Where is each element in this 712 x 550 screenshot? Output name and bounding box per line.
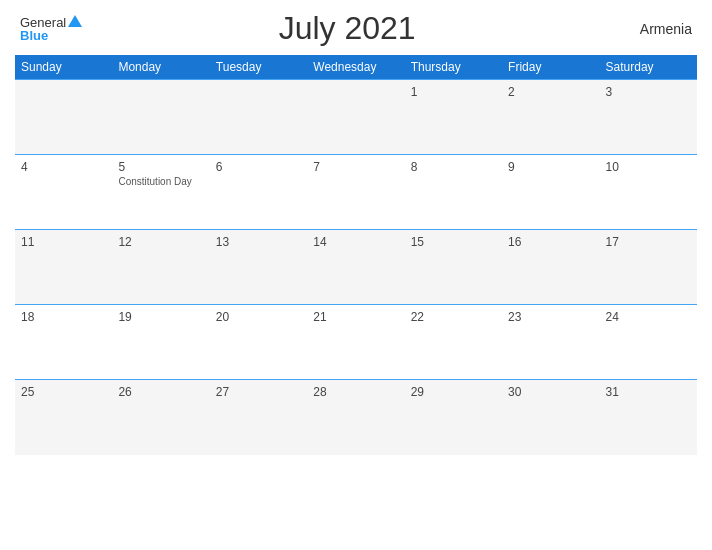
logo-triangle-icon [68,15,82,27]
calendar-cell: 8 [405,155,502,230]
calendar-cell: 25 [15,380,112,455]
weekday-header-saturday: Saturday [600,55,697,80]
calendar-cell: 14 [307,230,404,305]
calendar-table: SundayMondayTuesdayWednesdayThursdayFrid… [15,55,697,455]
day-number: 2 [508,85,593,99]
calendar-container: General Blue July 2021 Armenia SundayMon… [0,0,712,550]
calendar-header: General Blue July 2021 Armenia [15,10,697,47]
weekday-header-wednesday: Wednesday [307,55,404,80]
calendar-cell: 7 [307,155,404,230]
weekday-header-thursday: Thursday [405,55,502,80]
calendar-week-row: 11121314151617 [15,230,697,305]
calendar-cell [307,80,404,155]
calendar-cell: 26 [112,380,209,455]
calendar-cell: 27 [210,380,307,455]
calendar-cell: 28 [307,380,404,455]
day-number: 18 [21,310,106,324]
calendar-cell: 5Constitution Day [112,155,209,230]
calendar-cell: 20 [210,305,307,380]
day-number: 30 [508,385,593,399]
day-number: 16 [508,235,593,249]
weekday-header-row: SundayMondayTuesdayWednesdayThursdayFrid… [15,55,697,80]
day-number: 24 [606,310,691,324]
calendar-cell: 24 [600,305,697,380]
calendar-cell: 16 [502,230,599,305]
calendar-cell: 18 [15,305,112,380]
calendar-cell: 29 [405,380,502,455]
day-number: 17 [606,235,691,249]
calendar-cell: 11 [15,230,112,305]
calendar-cell: 3 [600,80,697,155]
calendar-cell: 31 [600,380,697,455]
day-number: 29 [411,385,496,399]
day-number: 1 [411,85,496,99]
month-title: July 2021 [82,10,612,47]
calendar-cell: 10 [600,155,697,230]
day-number: 28 [313,385,398,399]
day-number: 6 [216,160,301,174]
calendar-cell: 17 [600,230,697,305]
day-number: 20 [216,310,301,324]
calendar-week-row: 18192021222324 [15,305,697,380]
calendar-cell: 1 [405,80,502,155]
calendar-cell: 21 [307,305,404,380]
calendar-cell: 2 [502,80,599,155]
calendar-cell: 19 [112,305,209,380]
calendar-cell: 4 [15,155,112,230]
day-number: 10 [606,160,691,174]
calendar-cell [112,80,209,155]
day-number: 13 [216,235,301,249]
calendar-cell: 30 [502,380,599,455]
day-number: 8 [411,160,496,174]
day-number: 27 [216,385,301,399]
weekday-header-tuesday: Tuesday [210,55,307,80]
calendar-cell: 22 [405,305,502,380]
day-number: 4 [21,160,106,174]
logo: General Blue [20,15,82,42]
day-number: 19 [118,310,203,324]
country-name: Armenia [612,21,692,37]
event-label: Constitution Day [118,176,203,187]
day-number: 22 [411,310,496,324]
day-number: 26 [118,385,203,399]
weekday-header-friday: Friday [502,55,599,80]
weekday-header-monday: Monday [112,55,209,80]
calendar-cell: 13 [210,230,307,305]
calendar-cell: 15 [405,230,502,305]
day-number: 15 [411,235,496,249]
calendar-cell: 12 [112,230,209,305]
calendar-cell [210,80,307,155]
calendar-week-row: 45Constitution Day678910 [15,155,697,230]
calendar-cell: 9 [502,155,599,230]
day-number: 11 [21,235,106,249]
logo-blue-text: Blue [20,29,48,42]
day-number: 21 [313,310,398,324]
day-number: 7 [313,160,398,174]
day-number: 12 [118,235,203,249]
calendar-cell: 6 [210,155,307,230]
day-number: 14 [313,235,398,249]
calendar-week-row: 25262728293031 [15,380,697,455]
day-number: 25 [21,385,106,399]
weekday-header-sunday: Sunday [15,55,112,80]
calendar-cell [15,80,112,155]
day-number: 9 [508,160,593,174]
day-number: 5 [118,160,203,174]
calendar-cell: 23 [502,305,599,380]
day-number: 31 [606,385,691,399]
calendar-week-row: 123 [15,80,697,155]
day-number: 23 [508,310,593,324]
day-number: 3 [606,85,691,99]
